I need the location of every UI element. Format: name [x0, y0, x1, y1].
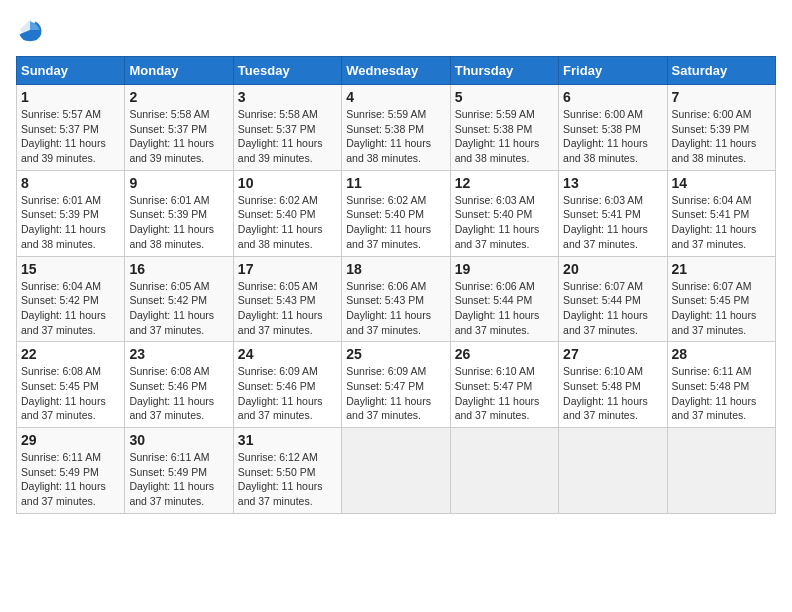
- day-number: 12: [455, 175, 554, 191]
- day-info: Sunrise: 6:09 AMSunset: 5:46 PMDaylight:…: [238, 365, 323, 421]
- day-info: Sunrise: 6:03 AMSunset: 5:41 PMDaylight:…: [563, 194, 648, 250]
- day-number: 7: [672, 89, 771, 105]
- day-number: 24: [238, 346, 337, 362]
- day-info: Sunrise: 6:11 AMSunset: 5:49 PMDaylight:…: [129, 451, 214, 507]
- weekday-row: SundayMondayTuesdayWednesdayThursdayFrid…: [17, 57, 776, 85]
- calendar-cell: 2 Sunrise: 5:58 AMSunset: 5:37 PMDayligh…: [125, 85, 233, 171]
- calendar-week-2: 8 Sunrise: 6:01 AMSunset: 5:39 PMDayligh…: [17, 170, 776, 256]
- day-info: Sunrise: 5:58 AMSunset: 5:37 PMDaylight:…: [238, 108, 323, 164]
- calendar-cell: 7 Sunrise: 6:00 AMSunset: 5:39 PMDayligh…: [667, 85, 775, 171]
- calendar-cell: [559, 428, 667, 514]
- day-number: 1: [21, 89, 120, 105]
- day-number: 16: [129, 261, 228, 277]
- weekday-header-wednesday: Wednesday: [342, 57, 450, 85]
- weekday-header-monday: Monday: [125, 57, 233, 85]
- calendar-cell: 28 Sunrise: 6:11 AMSunset: 5:48 PMDaylig…: [667, 342, 775, 428]
- calendar-cell: 12 Sunrise: 6:03 AMSunset: 5:40 PMDaylig…: [450, 170, 558, 256]
- calendar-cell: [342, 428, 450, 514]
- page-header: [16, 16, 776, 44]
- day-info: Sunrise: 6:11 AMSunset: 5:49 PMDaylight:…: [21, 451, 106, 507]
- day-info: Sunrise: 6:06 AMSunset: 5:43 PMDaylight:…: [346, 280, 431, 336]
- day-info: Sunrise: 6:00 AMSunset: 5:38 PMDaylight:…: [563, 108, 648, 164]
- day-number: 30: [129, 432, 228, 448]
- day-info: Sunrise: 6:05 AMSunset: 5:43 PMDaylight:…: [238, 280, 323, 336]
- day-number: 5: [455, 89, 554, 105]
- day-info: Sunrise: 6:10 AMSunset: 5:48 PMDaylight:…: [563, 365, 648, 421]
- day-number: 18: [346, 261, 445, 277]
- calendar-week-1: 1 Sunrise: 5:57 AMSunset: 5:37 PMDayligh…: [17, 85, 776, 171]
- calendar-cell: 3 Sunrise: 5:58 AMSunset: 5:37 PMDayligh…: [233, 85, 341, 171]
- calendar-cell: 27 Sunrise: 6:10 AMSunset: 5:48 PMDaylig…: [559, 342, 667, 428]
- weekday-header-saturday: Saturday: [667, 57, 775, 85]
- day-number: 4: [346, 89, 445, 105]
- calendar-cell: 26 Sunrise: 6:10 AMSunset: 5:47 PMDaylig…: [450, 342, 558, 428]
- day-info: Sunrise: 5:58 AMSunset: 5:37 PMDaylight:…: [129, 108, 214, 164]
- day-number: 19: [455, 261, 554, 277]
- logo: [16, 16, 48, 44]
- calendar-cell: 4 Sunrise: 5:59 AMSunset: 5:38 PMDayligh…: [342, 85, 450, 171]
- day-info: Sunrise: 6:12 AMSunset: 5:50 PMDaylight:…: [238, 451, 323, 507]
- calendar-cell: 22 Sunrise: 6:08 AMSunset: 5:45 PMDaylig…: [17, 342, 125, 428]
- calendar-week-4: 22 Sunrise: 6:08 AMSunset: 5:45 PMDaylig…: [17, 342, 776, 428]
- day-number: 26: [455, 346, 554, 362]
- calendar-week-3: 15 Sunrise: 6:04 AMSunset: 5:42 PMDaylig…: [17, 256, 776, 342]
- day-number: 29: [21, 432, 120, 448]
- day-info: Sunrise: 5:59 AMSunset: 5:38 PMDaylight:…: [455, 108, 540, 164]
- day-number: 14: [672, 175, 771, 191]
- calendar-cell: 25 Sunrise: 6:09 AMSunset: 5:47 PMDaylig…: [342, 342, 450, 428]
- day-info: Sunrise: 6:01 AMSunset: 5:39 PMDaylight:…: [129, 194, 214, 250]
- day-number: 3: [238, 89, 337, 105]
- calendar-cell: 17 Sunrise: 6:05 AMSunset: 5:43 PMDaylig…: [233, 256, 341, 342]
- calendar-cell: 9 Sunrise: 6:01 AMSunset: 5:39 PMDayligh…: [125, 170, 233, 256]
- day-info: Sunrise: 6:08 AMSunset: 5:45 PMDaylight:…: [21, 365, 106, 421]
- logo-icon: [16, 16, 44, 44]
- day-info: Sunrise: 6:04 AMSunset: 5:41 PMDaylight:…: [672, 194, 757, 250]
- day-info: Sunrise: 6:06 AMSunset: 5:44 PMDaylight:…: [455, 280, 540, 336]
- calendar-cell: 13 Sunrise: 6:03 AMSunset: 5:41 PMDaylig…: [559, 170, 667, 256]
- calendar-cell: 30 Sunrise: 6:11 AMSunset: 5:49 PMDaylig…: [125, 428, 233, 514]
- day-info: Sunrise: 6:00 AMSunset: 5:39 PMDaylight:…: [672, 108, 757, 164]
- calendar-header: SundayMondayTuesdayWednesdayThursdayFrid…: [17, 57, 776, 85]
- day-info: Sunrise: 6:01 AMSunset: 5:39 PMDaylight:…: [21, 194, 106, 250]
- day-info: Sunrise: 6:03 AMSunset: 5:40 PMDaylight:…: [455, 194, 540, 250]
- day-number: 6: [563, 89, 662, 105]
- calendar-cell: 15 Sunrise: 6:04 AMSunset: 5:42 PMDaylig…: [17, 256, 125, 342]
- calendar-cell: 14 Sunrise: 6:04 AMSunset: 5:41 PMDaylig…: [667, 170, 775, 256]
- day-number: 11: [346, 175, 445, 191]
- day-info: Sunrise: 6:02 AMSunset: 5:40 PMDaylight:…: [346, 194, 431, 250]
- day-info: Sunrise: 6:10 AMSunset: 5:47 PMDaylight:…: [455, 365, 540, 421]
- calendar-cell: 10 Sunrise: 6:02 AMSunset: 5:40 PMDaylig…: [233, 170, 341, 256]
- day-number: 20: [563, 261, 662, 277]
- calendar-cell: [450, 428, 558, 514]
- calendar-cell: 11 Sunrise: 6:02 AMSunset: 5:40 PMDaylig…: [342, 170, 450, 256]
- day-number: 9: [129, 175, 228, 191]
- calendar-cell: 18 Sunrise: 6:06 AMSunset: 5:43 PMDaylig…: [342, 256, 450, 342]
- calendar-cell: 8 Sunrise: 6:01 AMSunset: 5:39 PMDayligh…: [17, 170, 125, 256]
- calendar-cell: 24 Sunrise: 6:09 AMSunset: 5:46 PMDaylig…: [233, 342, 341, 428]
- calendar-cell: 6 Sunrise: 6:00 AMSunset: 5:38 PMDayligh…: [559, 85, 667, 171]
- day-number: 2: [129, 89, 228, 105]
- day-number: 23: [129, 346, 228, 362]
- day-info: Sunrise: 6:11 AMSunset: 5:48 PMDaylight:…: [672, 365, 757, 421]
- day-number: 10: [238, 175, 337, 191]
- weekday-header-thursday: Thursday: [450, 57, 558, 85]
- weekday-header-friday: Friday: [559, 57, 667, 85]
- calendar-cell: 31 Sunrise: 6:12 AMSunset: 5:50 PMDaylig…: [233, 428, 341, 514]
- calendar-week-5: 29 Sunrise: 6:11 AMSunset: 5:49 PMDaylig…: [17, 428, 776, 514]
- day-number: 15: [21, 261, 120, 277]
- calendar-cell: 1 Sunrise: 5:57 AMSunset: 5:37 PMDayligh…: [17, 85, 125, 171]
- weekday-header-sunday: Sunday: [17, 57, 125, 85]
- day-number: 21: [672, 261, 771, 277]
- day-info: Sunrise: 6:08 AMSunset: 5:46 PMDaylight:…: [129, 365, 214, 421]
- calendar-body: 1 Sunrise: 5:57 AMSunset: 5:37 PMDayligh…: [17, 85, 776, 514]
- day-number: 27: [563, 346, 662, 362]
- calendar-cell: 19 Sunrise: 6:06 AMSunset: 5:44 PMDaylig…: [450, 256, 558, 342]
- day-number: 28: [672, 346, 771, 362]
- calendar-cell: 21 Sunrise: 6:07 AMSunset: 5:45 PMDaylig…: [667, 256, 775, 342]
- day-number: 17: [238, 261, 337, 277]
- weekday-header-tuesday: Tuesday: [233, 57, 341, 85]
- calendar-cell: [667, 428, 775, 514]
- day-info: Sunrise: 5:57 AMSunset: 5:37 PMDaylight:…: [21, 108, 106, 164]
- calendar-cell: 5 Sunrise: 5:59 AMSunset: 5:38 PMDayligh…: [450, 85, 558, 171]
- day-info: Sunrise: 6:09 AMSunset: 5:47 PMDaylight:…: [346, 365, 431, 421]
